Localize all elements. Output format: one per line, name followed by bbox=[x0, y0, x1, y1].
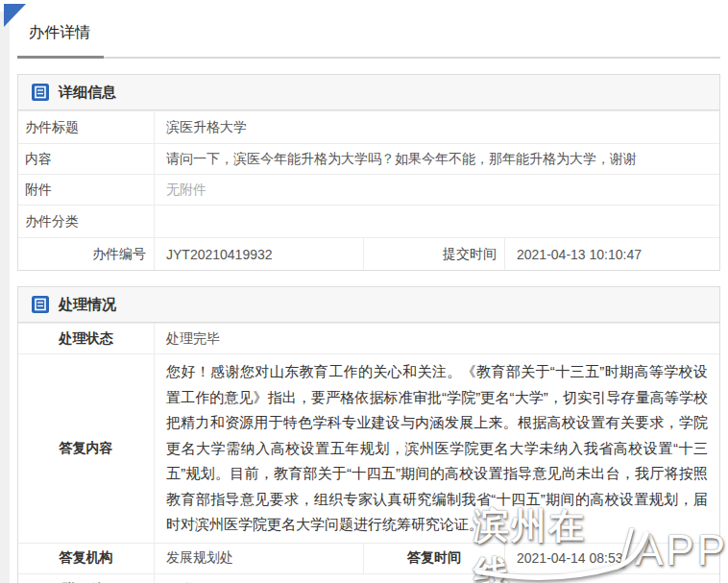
main-content: 办件详情 详细信息 办件标题 滨医升格大学 内容 请问一下，滨医今年能升格为大学… bbox=[10, 0, 728, 583]
row-value: JYT20210419932 bbox=[155, 238, 364, 270]
table-row-reply-content: 答复内容 您好！感谢您对山东教育工作的关心和关注。《教育部关于“十三五”时期高等… bbox=[18, 353, 719, 543]
table-row-status: 处理状态 处理完毕 bbox=[18, 323, 719, 353]
row-value: 您好！感谢您对山东教育工作的关心和关注。《教育部关于“十三五”时期高等学校设置工… bbox=[155, 354, 719, 543]
row-label: 答复机构 bbox=[18, 544, 155, 573]
row-label: 答复内容 bbox=[18, 354, 155, 543]
row-label: 处理状态 bbox=[18, 324, 155, 353]
row-label: 答复时间 bbox=[364, 544, 505, 573]
row-label: 附 件 bbox=[18, 574, 155, 583]
row-label: 附件 bbox=[18, 175, 155, 205]
table-row-attachment: 附 件 无附件 bbox=[18, 573, 719, 583]
table-row-title: 办件标题 滨医升格大学 bbox=[18, 110, 719, 143]
page-left-gutter bbox=[0, 12, 10, 583]
row-value: 2021-04-13 10:10:47 bbox=[505, 238, 719, 270]
tab-bar: 办件详情 bbox=[17, 17, 720, 59]
row-label: 办件分类 bbox=[18, 206, 155, 237]
section-title: 处理情况 bbox=[59, 296, 116, 314]
table-row-org-time: 答复机构 发展规划处 答复时间 2021-04-14 08:53 bbox=[18, 543, 719, 573]
process-status-header: 处理情况 bbox=[18, 287, 719, 323]
tab-item-details[interactable]: 办件详情 bbox=[17, 17, 104, 59]
document-icon bbox=[32, 296, 49, 313]
table-row-content: 内容 请问一下，滨医今年能升格为大学吗？如果今年不能，那年能升格为大学，谢谢 bbox=[18, 143, 719, 174]
table-row-attachment: 附件 无附件 bbox=[18, 174, 719, 205]
row-value: 无附件 bbox=[155, 574, 719, 583]
row-value: 滨医升格大学 bbox=[155, 111, 719, 143]
page: 办件详情 详细信息 办件标题 滨医升格大学 内容 请问一下，滨医今年能升格为大学… bbox=[0, 0, 728, 583]
table-row-number-time: 办件编号 JYT20210419932 提交时间 2021-04-13 10:1… bbox=[18, 237, 719, 270]
row-value: 处理完毕 bbox=[155, 324, 719, 353]
row-value bbox=[155, 206, 719, 237]
row-value: 请问一下，滨医今年能升格为大学吗？如果今年不能，那年能升格为大学，谢谢 bbox=[155, 144, 719, 174]
row-label: 提交时间 bbox=[364, 238, 505, 270]
row-value: 2021-04-14 08:53 bbox=[505, 544, 719, 573]
document-icon bbox=[32, 84, 49, 101]
detail-info-panel: 详细信息 办件标题 滨医升格大学 内容 请问一下，滨医今年能升格为大学吗？如果今… bbox=[17, 74, 720, 271]
row-value: 发展规划处 bbox=[155, 544, 364, 573]
row-label: 办件编号 bbox=[18, 238, 155, 270]
process-status-panel: 处理情况 处理状态 处理完毕 答复内容 您好！感谢您对山东教育工作的关心和关注。… bbox=[17, 286, 720, 583]
row-value: 无附件 bbox=[155, 175, 719, 205]
table-row-category: 办件分类 bbox=[18, 205, 719, 237]
detail-info-header: 详细信息 bbox=[18, 75, 719, 110]
row-label: 内容 bbox=[18, 144, 155, 174]
reply-text: 您好！感谢您对山东教育工作的关心和关注。《教育部关于“十三五”时期高等学校设置工… bbox=[155, 354, 719, 543]
section-title: 详细信息 bbox=[59, 84, 116, 102]
row-label: 办件标题 bbox=[18, 111, 155, 143]
